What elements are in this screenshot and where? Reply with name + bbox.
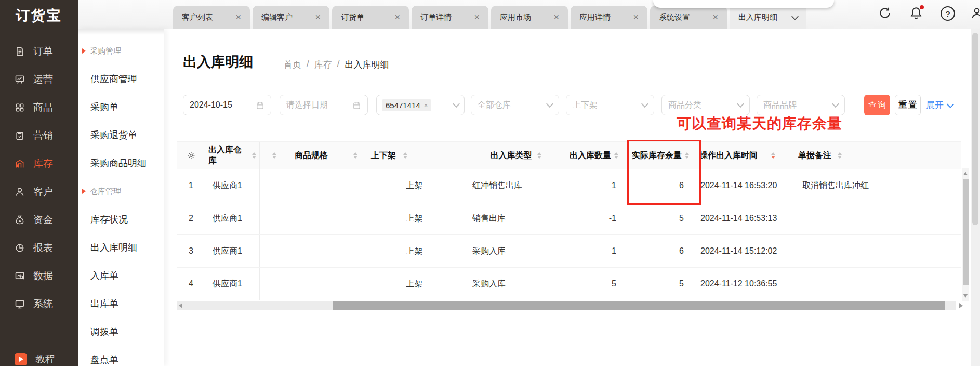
breadcrumb-inventory[interactable]: 库存 xyxy=(314,59,332,71)
warehouse-placeholder: 全部仓库 xyxy=(478,100,511,111)
sidebar-item-data[interactable]: 数据 xyxy=(0,262,78,290)
close-icon[interactable]: × xyxy=(553,12,559,22)
scroll-right-arrow-icon[interactable] xyxy=(959,303,963,308)
tab-label: 订货单 xyxy=(341,12,364,22)
expand-link[interactable]: 展开 xyxy=(926,99,953,111)
start-date-picker[interactable]: 2024-10-15 xyxy=(183,95,271,115)
header-divider xyxy=(164,83,971,83)
cell-index: 4 xyxy=(177,268,205,300)
sort-icon[interactable] xyxy=(272,152,276,159)
column-header-qty[interactable]: 出入库数量 xyxy=(566,142,629,169)
submenu-list: 采购管理 供应商管理 采购单 采购退货单 采购商品明细 仓库管理 库存状况 出入… xyxy=(78,37,164,366)
close-icon[interactable]: × xyxy=(394,12,400,22)
tab-order-detail[interactable]: 订单详情× xyxy=(412,6,488,29)
tab-app-detail[interactable]: 应用详情× xyxy=(571,6,647,29)
sidebar-item-customers[interactable]: 客户 xyxy=(0,178,78,206)
column-label: 出入库仓库 xyxy=(208,145,249,166)
cell-remark xyxy=(795,268,904,300)
submenu-item-inbound[interactable]: 入库单 xyxy=(78,262,164,290)
submenu-group-purchase[interactable]: 采购管理 xyxy=(78,37,164,65)
sort-icon[interactable] xyxy=(838,152,842,159)
close-icon[interactable]: × xyxy=(424,101,428,109)
help-button[interactable]: ? xyxy=(941,6,955,21)
table-vertical-scrollbar[interactable] xyxy=(962,168,969,301)
chevron-down-icon[interactable] xyxy=(791,12,799,20)
submenu-item-purchase-order[interactable]: 采购单 xyxy=(78,93,164,121)
submenu-item-transfer[interactable]: 调拨单 xyxy=(78,318,164,346)
close-icon[interactable]: × xyxy=(235,12,241,22)
tab-inout-detail-active[interactable]: 出入库明细 xyxy=(730,6,806,29)
tab-edit-customer[interactable]: 编辑客户× xyxy=(253,6,329,29)
column-label: 出入库数量 xyxy=(570,150,611,161)
column-settings-header[interactable] xyxy=(177,142,205,169)
submenu-group-warehouse[interactable]: 仓库管理 xyxy=(78,177,164,205)
column-header-blank[interactable] xyxy=(260,142,288,169)
tab-system-settings[interactable]: 系统设置× xyxy=(650,6,727,29)
submenu-item-label: 库存状况 xyxy=(90,213,128,226)
sort-icon[interactable] xyxy=(537,152,541,159)
close-icon[interactable]: × xyxy=(474,12,480,22)
tab-customer-list[interactable]: 客户列表× xyxy=(173,6,250,29)
tab-order-form[interactable]: 订货单× xyxy=(332,6,409,29)
brand-placeholder: 商品品牌 xyxy=(763,100,797,111)
column-header-time[interactable]: 操作出入库时间 xyxy=(696,142,795,169)
sidebar-item-inventory[interactable]: 库存 xyxy=(0,150,78,178)
submenu-item-outbound[interactable]: 出库单 xyxy=(78,290,164,318)
submenu-item-purchase-return[interactable]: 采购退货单 xyxy=(78,121,164,149)
sort-icon[interactable] xyxy=(614,152,618,159)
submenu-item-stock-status[interactable]: 库存状况 xyxy=(78,205,164,233)
scroll-up-arrow-icon[interactable] xyxy=(963,172,968,175)
submenu-group-label: 采购管理 xyxy=(90,46,121,56)
sort-icon[interactable] xyxy=(403,152,407,159)
sort-icon-active-desc[interactable] xyxy=(771,152,775,159)
close-icon[interactable]: × xyxy=(712,12,718,22)
warehouse-select[interactable]: 全部仓库 xyxy=(471,95,559,115)
brand-select[interactable]: 商品品牌 xyxy=(757,95,845,115)
account-button[interactable] xyxy=(970,6,980,21)
submenu-item-stocktake[interactable]: 盘点单 xyxy=(78,346,164,366)
column-header-type[interactable]: 出入库类型 xyxy=(465,142,566,169)
submenu-item-inout-detail[interactable]: 出入库明细 xyxy=(78,233,164,262)
tab-app-market[interactable]: 应用市场× xyxy=(491,6,568,29)
sidebar-item-operations[interactable]: 运营 xyxy=(0,66,78,94)
submenu-item-supplier-mgmt[interactable]: 供应商管理 xyxy=(78,65,164,93)
horizontal-scrollbar-thumb[interactable] xyxy=(333,301,945,310)
table-vertical-scrollbar-thumb[interactable] xyxy=(963,179,969,285)
column-header-warehouse[interactable]: 出入库仓库 xyxy=(205,142,260,169)
shelf-status-select[interactable]: 上下架 xyxy=(566,95,654,115)
refresh-button[interactable] xyxy=(878,6,893,21)
sidebar-item-system[interactable]: 系统 xyxy=(0,290,78,318)
sidebar-item-products[interactable]: 商品 xyxy=(0,94,78,122)
end-date-picker[interactable]: 请选择日期 xyxy=(280,95,368,115)
sort-icon[interactable] xyxy=(252,152,256,159)
page-scrollbar-thumb[interactable] xyxy=(972,33,978,225)
cell-spec xyxy=(288,235,364,267)
category-select[interactable]: 商品分类 xyxy=(661,95,750,115)
close-icon[interactable]: × xyxy=(633,12,639,22)
column-header-spec[interactable]: 商品规格 xyxy=(288,142,364,169)
product-select[interactable]: 65471414 × xyxy=(376,95,465,115)
sidebar-item-label: 商品 xyxy=(33,101,53,114)
page-scrollbar[interactable] xyxy=(971,29,980,366)
submenu-item-purchase-detail[interactable]: 采购商品明细 xyxy=(78,149,164,177)
submenu-item-label: 调拨单 xyxy=(90,325,118,338)
sort-icon[interactable] xyxy=(353,152,357,159)
horizontal-scrollbar[interactable] xyxy=(177,301,956,310)
breadcrumb-home[interactable]: 首页 xyxy=(284,59,301,71)
sidebar-item-marketing[interactable]: 营销 xyxy=(0,122,78,150)
sidebar-item-reports[interactable]: 报表 xyxy=(0,234,78,262)
search-button[interactable]: 查询 xyxy=(864,95,890,115)
sidebar-item-orders[interactable]: 订单 xyxy=(0,37,78,66)
scroll-left-arrow-icon[interactable] xyxy=(179,303,182,308)
column-header-remark[interactable]: 单据备注 xyxy=(795,142,904,169)
sidebar-item-funds[interactable]: 资金 xyxy=(0,206,78,234)
sidebar-item-tutorial[interactable]: 教程 xyxy=(0,345,78,366)
sidebar-item-label: 数据 xyxy=(33,269,53,283)
scroll-down-arrow-icon[interactable] xyxy=(963,294,968,298)
column-header-shelf[interactable]: 上下架 xyxy=(364,142,465,169)
reset-button[interactable]: 重置 xyxy=(895,95,921,115)
close-icon[interactable]: × xyxy=(315,12,321,22)
column-label: 出入库类型 xyxy=(491,150,532,161)
inout-detail-table: 出入库仓库 商品规格 上下架 出入库类型 xyxy=(177,141,961,300)
notifications-button[interactable] xyxy=(909,6,924,21)
